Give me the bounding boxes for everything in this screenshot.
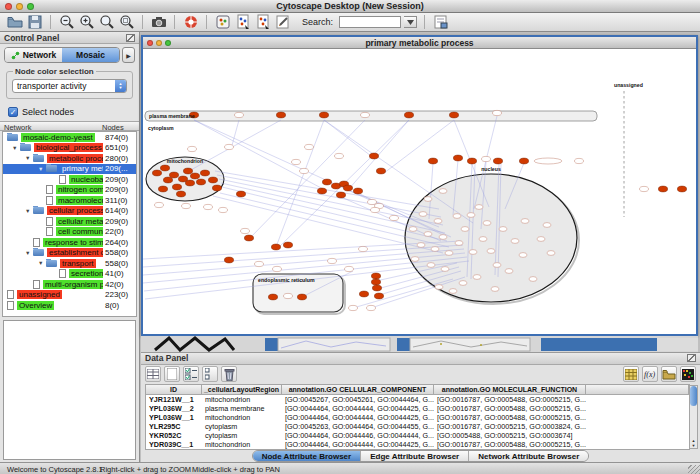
network-node[interactable]	[511, 239, 519, 244]
network-node[interactable]	[244, 235, 253, 241]
network-node[interactable]	[419, 212, 427, 217]
network-node[interactable]	[208, 177, 217, 183]
background-windows-strip[interactable]	[141, 336, 698, 352]
delete-attribute-icon[interactable]	[221, 366, 237, 382]
tree-row[interactable]: unassigned223(0)	[3, 290, 136, 301]
expander-icon[interactable]: ▼	[38, 260, 46, 266]
network-node[interactable]	[543, 223, 551, 228]
network-node[interactable]	[547, 251, 555, 256]
network-node[interactable]	[455, 241, 463, 246]
network-canvas-svg[interactable]: plasma membranecytoplasmmitochondrionnuc…	[143, 49, 696, 334]
tab-edge-attribute-browser[interactable]: Edge Attribute Browser	[361, 451, 469, 461]
tab-network-attribute-browser[interactable]: Network Attribute Browser	[469, 451, 588, 461]
tab-node-attribute-browser[interactable]: Node Attribute Browser	[253, 451, 362, 461]
network-node[interactable]	[491, 287, 499, 292]
network-node[interactable]	[343, 185, 352, 191]
node-color-dropdown[interactable]: transporter activity ▲▼	[12, 79, 127, 93]
network-node[interactable]	[493, 263, 501, 268]
network-node[interactable]	[190, 173, 199, 179]
tree-row[interactable]: mosaic-demo-yeast874(0)	[3, 132, 136, 143]
expander-icon[interactable]: ▼	[25, 208, 33, 214]
network-node[interactable]	[219, 207, 228, 212]
scrollbar-arrows[interactable]: ▲▼	[690, 438, 697, 448]
tree-row[interactable]: ▼primary metabo209(...	[3, 164, 136, 175]
table-column-header[interactable]: annotation.GO CELLULAR_COMPONENT	[282, 385, 434, 395]
tab-mosaic[interactable]: Mosaic	[62, 48, 119, 62]
network-node[interactable]	[445, 251, 453, 256]
network-node[interactable]	[424, 197, 432, 202]
open-button[interactable]	[6, 14, 23, 31]
table-row[interactable]: YDR039C__1mitochondrion[GO:0044464, GO:0…	[146, 440, 689, 449]
network-node[interactable]	[417, 243, 425, 248]
tree-row[interactable]: secretion41(0)	[3, 269, 136, 280]
network-node[interactable]	[640, 186, 649, 191]
network-node[interactable]	[453, 214, 461, 219]
network-node[interactable]	[200, 170, 209, 176]
network-node[interactable]	[487, 249, 495, 254]
tree-row[interactable]: ▼establishment of lo558(0)	[3, 248, 136, 259]
network-node[interactable]	[439, 189, 447, 194]
network-node[interactable]	[434, 219, 442, 224]
table-column-header[interactable]: ID	[146, 385, 202, 395]
network-node[interactable]	[328, 258, 337, 263]
network-window-titlebar[interactable]: primary metabolic process	[143, 37, 696, 49]
network-node[interactable]	[371, 207, 380, 212]
new-attribute-icon[interactable]	[164, 366, 180, 382]
network-node[interactable]	[493, 110, 502, 115]
network-node[interactable]	[255, 261, 264, 266]
search-input[interactable]	[339, 16, 401, 28]
expander-icon[interactable]: ▼	[25, 250, 33, 256]
network-node[interactable]	[371, 273, 380, 279]
table-row[interactable]: YKR052Ccytoplasm[GO:0044464, GO:0044446,…	[146, 431, 689, 440]
float-panel-icon[interactable]	[126, 34, 135, 42]
expander-icon[interactable]: ▼	[25, 155, 33, 161]
network-node[interactable]	[155, 202, 164, 207]
network-node[interactable]	[368, 199, 377, 204]
function-builder-icon[interactable]: f(x)	[642, 366, 658, 382]
network-node[interactable]	[183, 168, 192, 174]
network-node[interactable]	[575, 158, 584, 163]
network-node[interactable]	[658, 186, 667, 192]
network-node[interactable]	[152, 170, 161, 176]
network-node[interactable]	[449, 289, 457, 294]
network-node[interactable]	[241, 228, 250, 233]
network-node[interactable]	[160, 165, 169, 171]
network-node[interactable]	[369, 153, 378, 159]
zoom-fit-icon[interactable]	[98, 14, 115, 31]
tree-column-header[interactable]: Network Nodes	[0, 121, 139, 131]
network-view-window[interactable]: primary metabolic process plasma membran…	[141, 35, 698, 336]
network-node[interactable]	[284, 293, 293, 298]
network-node[interactable]	[319, 112, 328, 118]
network-node[interactable]	[529, 277, 537, 282]
network-node[interactable]	[475, 205, 483, 210]
network-node[interactable]	[196, 179, 205, 185]
network-node[interactable]	[349, 305, 358, 310]
tab-network[interactable]: Network	[5, 48, 62, 62]
network-node[interactable]	[374, 293, 383, 299]
select-attributes-icon[interactable]	[183, 366, 199, 382]
tree-row[interactable]: nitrogen compo209(0)	[3, 185, 136, 196]
network-node[interactable]	[305, 144, 314, 149]
overview-icon[interactable]	[214, 14, 231, 31]
network-node[interactable]	[317, 188, 326, 194]
network-node[interactable]	[467, 158, 476, 164]
float-panel-icon[interactable]	[687, 354, 696, 362]
network-node[interactable]	[372, 285, 381, 291]
tree-row[interactable]: ▼metabolic process280(0)	[3, 153, 136, 164]
network-node[interactable]	[409, 227, 417, 232]
network-node[interactable]	[359, 291, 368, 297]
network-node[interactable]	[459, 281, 467, 286]
network-node[interactable]	[367, 305, 376, 310]
zoom-in-icon[interactable]	[78, 14, 95, 31]
network-node[interactable]	[185, 180, 194, 186]
zoom-selected-icon[interactable]	[118, 14, 135, 31]
heatmap-icon[interactable]	[680, 366, 696, 382]
network-node[interactable]	[469, 250, 477, 255]
network-node[interactable]	[225, 144, 234, 149]
table-row[interactable]: YPL036W__2plasma membrane[GO:0044464, GO…	[146, 404, 689, 413]
tree-row[interactable]: response to stimul264(0)	[3, 237, 136, 248]
network-node[interactable]	[188, 146, 197, 151]
network-node[interactable]	[322, 179, 331, 185]
attribute-table[interactable]: ID_cellularLayoutRegionannotation.GO CEL…	[145, 384, 690, 450]
network-node[interactable]	[335, 153, 344, 158]
